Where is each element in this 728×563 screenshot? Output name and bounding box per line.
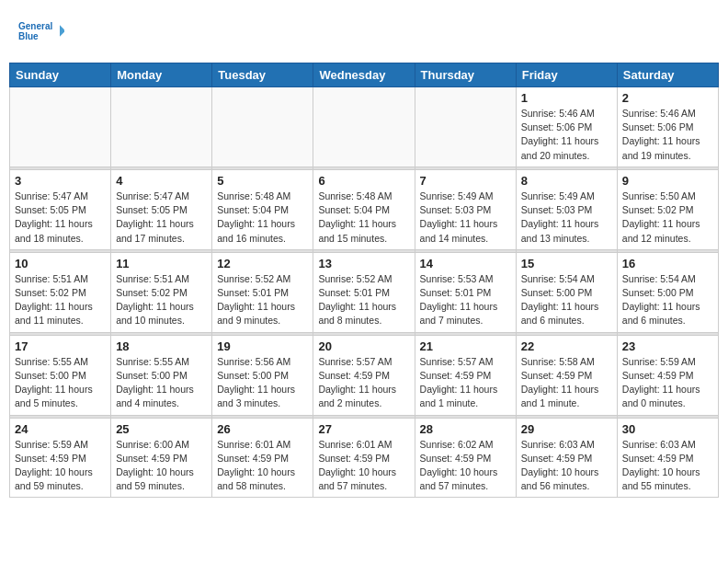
sunset-info: Sunset: 5:06 PM bbox=[521, 121, 612, 134]
day-info: Sunrise: 5:59 AMSunset: 4:59 PMDaylight:… bbox=[622, 355, 713, 411]
day-info: Sunrise: 5:46 AMSunset: 5:06 PMDaylight:… bbox=[521, 107, 612, 163]
sunrise-info: Sunrise: 5:51 AM bbox=[116, 272, 207, 286]
daylight-hours: Daylight: 11 hours bbox=[217, 217, 308, 231]
daylight-hours: Daylight: 10 hours bbox=[622, 465, 713, 479]
calendar-day-cell: 24Sunrise: 5:59 AMSunset: 4:59 PMDayligh… bbox=[10, 418, 111, 498]
daylight-continuation: and 6 minutes. bbox=[521, 314, 612, 327]
day-number: 22 bbox=[521, 339, 612, 353]
day-number: 5 bbox=[217, 174, 308, 188]
day-info: Sunrise: 5:55 AMSunset: 5:00 PMDaylight:… bbox=[116, 355, 207, 411]
daylight-continuation: and 13 minutes. bbox=[521, 232, 612, 246]
day-number: 28 bbox=[420, 422, 511, 436]
daylight-hours: Daylight: 11 hours bbox=[217, 300, 308, 314]
sunrise-info: Sunrise: 5:55 AM bbox=[116, 355, 207, 369]
day-number: 3 bbox=[15, 174, 106, 188]
day-info: Sunrise: 5:47 AMSunset: 5:05 PMDaylight:… bbox=[15, 190, 106, 246]
calendar-day-cell: 4Sunrise: 5:47 AMSunset: 5:05 PMDaylight… bbox=[111, 169, 212, 249]
calendar-day-cell: 3Sunrise: 5:47 AMSunset: 5:05 PMDaylight… bbox=[10, 169, 111, 249]
calendar-week-row: 17Sunrise: 5:55 AMSunset: 5:00 PMDayligh… bbox=[10, 335, 719, 415]
calendar-day-cell: 25Sunrise: 6:00 AMSunset: 4:59 PMDayligh… bbox=[111, 418, 212, 498]
day-number: 20 bbox=[318, 339, 409, 353]
daylight-continuation: and 4 minutes. bbox=[116, 396, 207, 410]
daylight-hours: Daylight: 11 hours bbox=[622, 217, 713, 231]
calendar-day-cell bbox=[10, 87, 111, 167]
daylight-hours: Daylight: 10 hours bbox=[420, 465, 511, 479]
day-number: 7 bbox=[420, 174, 511, 188]
sunrise-info: Sunrise: 5:54 AM bbox=[521, 272, 612, 286]
sunset-info: Sunset: 5:02 PM bbox=[15, 286, 106, 300]
weekday-header: Monday bbox=[111, 63, 212, 87]
sunset-info: Sunset: 5:00 PM bbox=[116, 369, 207, 383]
sunrise-info: Sunrise: 5:54 AM bbox=[622, 272, 713, 286]
calendar-day-cell: 20Sunrise: 5:57 AMSunset: 4:59 PMDayligh… bbox=[313, 335, 415, 415]
day-info: Sunrise: 5:49 AMSunset: 5:03 PMDaylight:… bbox=[420, 190, 511, 246]
sunset-info: Sunset: 5:03 PM bbox=[521, 203, 612, 217]
day-number: 19 bbox=[217, 339, 308, 353]
daylight-hours: Daylight: 11 hours bbox=[622, 383, 713, 396]
sunrise-info: Sunrise: 5:48 AM bbox=[318, 190, 409, 203]
day-info: Sunrise: 6:01 AMSunset: 4:59 PMDaylight:… bbox=[217, 438, 308, 494]
day-info: Sunrise: 6:01 AMSunset: 4:59 PMDaylight:… bbox=[318, 438, 409, 494]
sunset-info: Sunset: 5:01 PM bbox=[217, 286, 308, 300]
sunset-info: Sunset: 5:03 PM bbox=[420, 203, 511, 217]
day-number: 15 bbox=[521, 257, 612, 270]
sunset-info: Sunset: 4:59 PM bbox=[15, 452, 106, 465]
daylight-hours: Daylight: 11 hours bbox=[622, 300, 713, 314]
day-info: Sunrise: 5:59 AMSunset: 4:59 PMDaylight:… bbox=[15, 438, 106, 494]
daylight-continuation: and 55 minutes. bbox=[622, 479, 713, 493]
logo: General Blue bbox=[18, 14, 64, 49]
weekday-header: Friday bbox=[516, 63, 617, 87]
sunset-info: Sunset: 5:00 PM bbox=[217, 369, 308, 383]
sunset-info: Sunset: 5:01 PM bbox=[318, 286, 409, 300]
day-info: Sunrise: 5:55 AMSunset: 5:00 PMDaylight:… bbox=[15, 355, 106, 411]
calendar-table: SundayMondayTuesdayWednesdayThursdayFrid… bbox=[9, 63, 719, 498]
day-info: Sunrise: 5:47 AMSunset: 5:05 PMDaylight:… bbox=[116, 190, 207, 246]
day-info: Sunrise: 5:57 AMSunset: 4:59 PMDaylight:… bbox=[318, 355, 409, 411]
sunset-info: Sunset: 4:59 PM bbox=[521, 369, 612, 383]
day-number: 12 bbox=[217, 257, 308, 270]
calendar-day-cell: 8Sunrise: 5:49 AMSunset: 5:03 PMDaylight… bbox=[516, 169, 617, 249]
sunrise-info: Sunrise: 6:01 AM bbox=[318, 438, 409, 452]
sunset-info: Sunset: 5:04 PM bbox=[318, 203, 409, 217]
sunrise-info: Sunrise: 5:47 AM bbox=[116, 190, 207, 203]
calendar-week-row: 3Sunrise: 5:47 AMSunset: 5:05 PMDaylight… bbox=[10, 169, 719, 249]
calendar-day-cell: 14Sunrise: 5:53 AMSunset: 5:01 PMDayligh… bbox=[415, 252, 516, 332]
calendar-week-row: 24Sunrise: 5:59 AMSunset: 4:59 PMDayligh… bbox=[10, 418, 719, 498]
day-number: 24 bbox=[15, 422, 106, 436]
day-number: 10 bbox=[15, 257, 106, 270]
sunset-info: Sunset: 5:00 PM bbox=[15, 369, 106, 383]
day-number: 27 bbox=[318, 422, 409, 436]
daylight-continuation: and 14 minutes. bbox=[420, 232, 511, 246]
daylight-hours: Daylight: 11 hours bbox=[15, 383, 106, 396]
daylight-hours: Daylight: 11 hours bbox=[15, 217, 106, 231]
day-info: Sunrise: 5:50 AMSunset: 5:02 PMDaylight:… bbox=[622, 190, 713, 246]
weekday-header: Thursday bbox=[415, 63, 516, 87]
sunset-info: Sunset: 4:59 PM bbox=[521, 452, 612, 465]
day-number: 29 bbox=[521, 422, 612, 436]
sunset-info: Sunset: 4:59 PM bbox=[318, 369, 409, 383]
daylight-continuation: and 15 minutes. bbox=[318, 232, 409, 246]
sunrise-info: Sunrise: 5:53 AM bbox=[420, 272, 511, 286]
day-number: 14 bbox=[420, 257, 511, 270]
day-number: 9 bbox=[622, 174, 713, 188]
calendar-day-cell: 26Sunrise: 6:01 AMSunset: 4:59 PMDayligh… bbox=[212, 418, 313, 498]
calendar-day-cell: 28Sunrise: 6:02 AMSunset: 4:59 PMDayligh… bbox=[415, 418, 516, 498]
day-number: 26 bbox=[217, 422, 308, 436]
sunrise-info: Sunrise: 5:55 AM bbox=[15, 355, 106, 369]
daylight-hours: Daylight: 11 hours bbox=[521, 134, 612, 148]
calendar-day-cell: 5Sunrise: 5:48 AMSunset: 5:04 PMDaylight… bbox=[212, 169, 313, 249]
calendar-day-cell bbox=[415, 87, 516, 167]
calendar-day-cell: 11Sunrise: 5:51 AMSunset: 5:02 PMDayligh… bbox=[111, 252, 212, 332]
calendar-week-row: 10Sunrise: 5:51 AMSunset: 5:02 PMDayligh… bbox=[10, 252, 719, 332]
sunrise-info: Sunrise: 6:01 AM bbox=[217, 438, 308, 452]
weekday-header: Sunday bbox=[10, 63, 111, 87]
day-info: Sunrise: 6:03 AMSunset: 4:59 PMDaylight:… bbox=[622, 438, 713, 494]
sunset-info: Sunset: 5:04 PM bbox=[217, 203, 308, 217]
sunset-info: Sunset: 4:59 PM bbox=[622, 452, 713, 465]
svg-text:General: General bbox=[18, 21, 52, 31]
sunrise-info: Sunrise: 5:48 AM bbox=[217, 190, 308, 203]
daylight-hours: Daylight: 11 hours bbox=[521, 300, 612, 314]
svg-marker-2 bbox=[60, 25, 64, 37]
sunset-info: Sunset: 4:59 PM bbox=[420, 369, 511, 383]
sunrise-info: Sunrise: 5:49 AM bbox=[521, 190, 612, 203]
